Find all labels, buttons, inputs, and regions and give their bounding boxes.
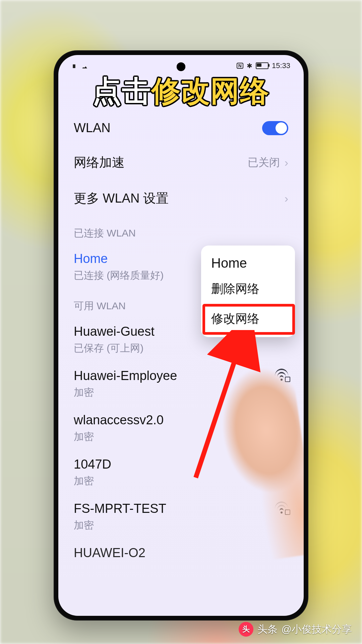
popup-title: Home (201, 249, 295, 274)
network-status: 加密 (74, 386, 177, 399)
network-name: FS-MPRT-TEST (74, 501, 166, 516)
network-acceleration-row[interactable]: 网络加速 已关闭 › (68, 145, 294, 180)
modify-network-button[interactable]: 修改网络 (201, 304, 295, 334)
nfc-icon: N (237, 63, 243, 69)
watermark: 头 头条 @小俊技术分享 (239, 622, 352, 637)
more-wlan-settings-row[interactable]: 更多 WLAN 设置 › (68, 180, 294, 216)
network-name: Huawei-Guest (74, 324, 155, 339)
clock: 15:33 (272, 61, 290, 70)
watermark-author: @小俊技术分享 (282, 623, 352, 636)
battery-icon (256, 62, 268, 69)
bluetooth-icon: ✱ (247, 62, 252, 70)
overlay-text-2: 修改网络 (152, 75, 269, 107)
network-acceleration-value: 已关闭 (248, 155, 280, 170)
network-acceleration-label: 网络加速 (74, 154, 125, 171)
wlan-label: WLAN (74, 121, 111, 135)
wlan-toggle-switch[interactable] (262, 121, 288, 135)
front-camera-cutout (177, 62, 185, 71)
chevron-right-icon: › (285, 156, 288, 169)
network-status: 加密 (74, 474, 111, 488)
instruction-overlay: 点击修改网络 (58, 76, 304, 105)
connected-network-name: Home (74, 252, 164, 266)
network-status: 已保存 (可上网) (74, 341, 155, 355)
network-name: Huawei-Employee (74, 369, 177, 383)
network-name: wlanaccessv2.0 (74, 413, 164, 427)
toutiao-logo-icon: 头 (239, 622, 253, 637)
sim-icon: ∎ (72, 61, 76, 70)
connected-network-status: 已连接 (网络质量好) (74, 269, 164, 282)
network-name: HUAWEI-O2 (74, 546, 145, 560)
network-status: 加密 (74, 430, 164, 444)
overlay-text-1: 点击 (93, 75, 152, 107)
connected-section-header: 已连接 WLAN (68, 216, 294, 245)
more-wlan-settings-label: 更多 WLAN 设置 (74, 190, 169, 207)
network-status: 加密 (74, 519, 166, 532)
delete-network-button[interactable]: 删除网络 (201, 274, 295, 304)
network-context-menu: Home 删除网络 修改网络 (201, 246, 295, 337)
watermark-prefix: 头条 (257, 623, 278, 636)
wlan-toggle-row[interactable]: WLAN (68, 111, 294, 145)
phone-frame: ∎ N ✱ 15:33 点击修改网络 WLAN 网络加速 已关闭 (54, 50, 308, 621)
chevron-right-icon: › (285, 192, 288, 205)
wifi-status-icon (80, 63, 87, 68)
phone-screen: ∎ N ✱ 15:33 点击修改网络 WLAN 网络加速 已关闭 (58, 55, 304, 616)
network-name: 1047D (74, 457, 111, 472)
